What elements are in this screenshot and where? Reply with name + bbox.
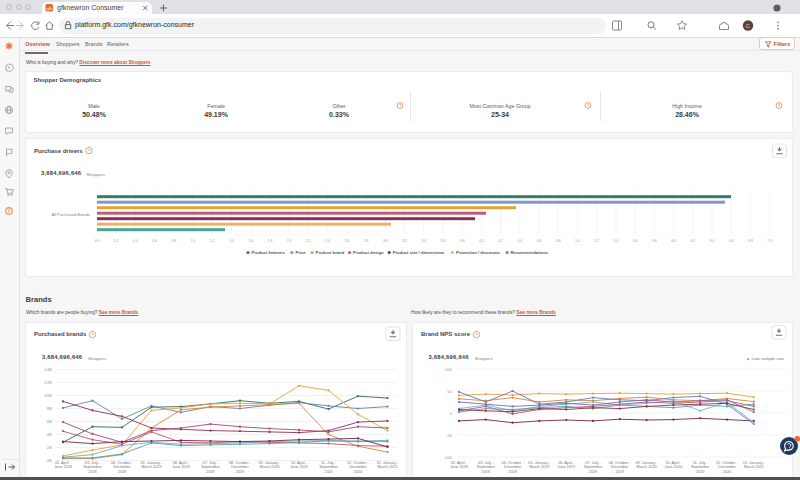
svg-text:September: September: [691, 465, 710, 469]
svg-text:2018: 2018: [118, 470, 126, 474]
svg-text:September: September: [584, 465, 603, 469]
svg-text:03. July -: 03. July -: [85, 461, 101, 465]
svg-text:0.0: 0.0: [95, 239, 100, 243]
svg-text:December: December: [611, 465, 629, 469]
svg-text:4.2: 4.2: [498, 239, 503, 243]
svg-text:1.6: 1.6: [248, 239, 253, 243]
svg-text:September: September: [201, 465, 220, 469]
svg-text:5.2: 5.2: [594, 239, 599, 243]
svg-text:3.6: 3.6: [441, 239, 446, 243]
svg-text:12. October -: 12. October -: [716, 461, 739, 465]
svg-text:March 2020: March 2020: [637, 465, 657, 469]
svg-text:0.6: 0.6: [152, 239, 157, 243]
svg-text:0.4: 0.4: [133, 239, 138, 243]
svg-text:September: September: [477, 465, 496, 469]
svg-text:0B: 0B: [47, 458, 52, 463]
svg-text:5.0: 5.0: [575, 239, 580, 243]
svg-text:2B: 2B: [47, 445, 52, 450]
svg-text:06. April -: 06. April -: [558, 461, 575, 465]
svg-text:6.8: 6.8: [748, 239, 753, 243]
svg-text:2019: 2019: [616, 470, 624, 474]
svg-text:2018: 2018: [88, 470, 96, 474]
svg-text:December: December: [113, 465, 131, 469]
svg-text:09. January -: 09. January -: [636, 461, 659, 465]
svg-text:1.4: 1.4: [229, 239, 234, 243]
svg-text:4.0: 4.0: [479, 239, 484, 243]
svg-text:3.0: 3.0: [383, 239, 388, 243]
svg-text:2020: 2020: [324, 470, 332, 474]
svg-text:2.4: 2.4: [325, 239, 330, 243]
svg-text:2.2: 2.2: [306, 239, 311, 243]
svg-text:3.2: 3.2: [402, 239, 407, 243]
svg-text:07. July -: 07. July -: [203, 461, 219, 465]
svg-text:10B: 10B: [44, 393, 52, 398]
svg-text:11. July -: 11. July -: [321, 461, 337, 465]
svg-text:12B: 12B: [44, 380, 52, 385]
svg-text:December: December: [504, 465, 522, 469]
svg-text:13. January -: 13. January -: [743, 461, 766, 465]
svg-text:02. April -: 02. April -: [55, 461, 72, 465]
svg-text:5.6: 5.6: [633, 239, 638, 243]
svg-text:2019: 2019: [206, 470, 214, 474]
svg-text:2019: 2019: [589, 470, 597, 474]
svg-text:7.0: 7.0: [767, 239, 772, 243]
svg-text:02. April -: 02. April -: [451, 461, 468, 465]
svg-text:07. July -: 07. July -: [585, 461, 601, 465]
svg-text:13. January -: 13. January -: [376, 461, 399, 465]
svg-text:50: 50: [447, 389, 452, 394]
svg-text:Recommendations: Recommendations: [511, 250, 549, 255]
svg-text:March 2021: March 2021: [744, 465, 764, 469]
svg-text:-100: -100: [443, 455, 452, 460]
svg-text:10. April -: 10. April -: [665, 461, 682, 465]
svg-text:1.8: 1.8: [268, 239, 273, 243]
svg-text:2020: 2020: [354, 470, 362, 474]
svg-text:0.2: 0.2: [114, 239, 119, 243]
svg-text:June 2018: June 2018: [450, 465, 468, 469]
svg-text:June 2019: June 2019: [557, 465, 575, 469]
svg-text:March 2020: March 2020: [259, 465, 279, 469]
svg-text:100: 100: [445, 367, 453, 372]
svg-text:December: December: [349, 465, 367, 469]
svg-text:Product brand: Product brand: [316, 250, 345, 255]
svg-text:Promotion / discounts: Promotion / discounts: [456, 250, 501, 255]
svg-text:4.8: 4.8: [556, 239, 561, 243]
svg-text:6.2: 6.2: [690, 239, 695, 243]
svg-text:2020: 2020: [696, 470, 704, 474]
svg-text:12. October -: 12. October -: [347, 461, 370, 465]
svg-text:Product design: Product design: [353, 250, 384, 255]
svg-text:2.8: 2.8: [364, 239, 369, 243]
svg-text:11. July -: 11. July -: [693, 461, 709, 465]
svg-text:06. April -: 06. April -: [173, 461, 190, 465]
svg-text:June 2018: June 2018: [54, 465, 72, 469]
svg-text:08. October -: 08. October -: [229, 461, 252, 465]
svg-text:04. October -: 04. October -: [111, 461, 134, 465]
svg-text:December: December: [231, 465, 249, 469]
svg-text:2018: 2018: [508, 470, 516, 474]
svg-text:Product features: Product features: [252, 250, 286, 255]
svg-text:4.4: 4.4: [517, 239, 522, 243]
svg-text:2.6: 2.6: [345, 239, 350, 243]
svg-text:March 2021: March 2021: [377, 465, 397, 469]
svg-text:04. October -: 04. October -: [502, 461, 525, 465]
svg-text:6.4: 6.4: [710, 239, 715, 243]
svg-text:0.8: 0.8: [172, 239, 177, 243]
svg-text:March 2019: March 2019: [529, 465, 549, 469]
svg-text:2018: 2018: [482, 470, 490, 474]
svg-text:June 2020: June 2020: [665, 465, 683, 469]
svg-text:09. January -: 09. January -: [258, 461, 281, 465]
svg-text:2020: 2020: [723, 470, 731, 474]
svg-text:5.8: 5.8: [652, 239, 657, 243]
svg-text:3.4: 3.4: [421, 239, 426, 243]
svg-text:6.0: 6.0: [671, 239, 676, 243]
svg-text:08. October -: 08. October -: [609, 461, 632, 465]
svg-text:June 2019: June 2019: [172, 465, 190, 469]
svg-text:05. January -: 05. January -: [528, 461, 551, 465]
svg-text:10. April -: 10. April -: [291, 461, 308, 465]
svg-text:December: December: [718, 465, 736, 469]
svg-text:4B: 4B: [47, 432, 52, 437]
svg-text:1.0: 1.0: [191, 239, 196, 243]
svg-text:2019: 2019: [236, 470, 244, 474]
svg-text:Price: Price: [295, 250, 306, 255]
svg-text:September: September: [319, 465, 338, 469]
svg-text:5.4: 5.4: [614, 239, 619, 243]
